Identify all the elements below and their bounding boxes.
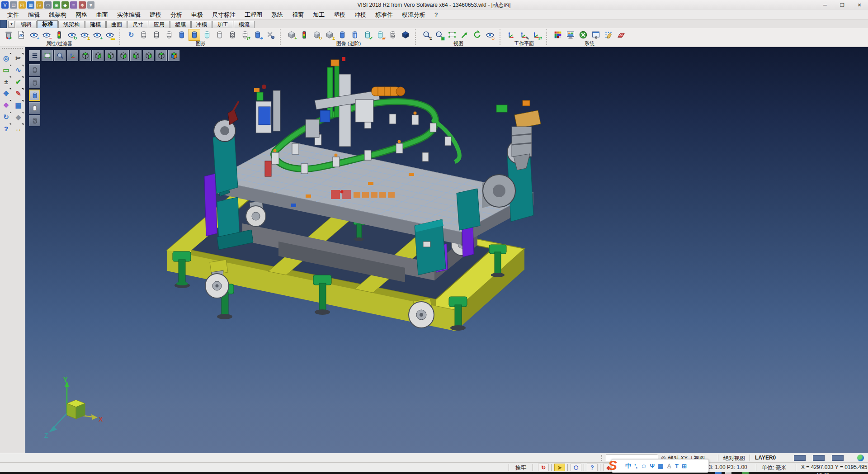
- menu-模流分析[interactable]: 模流分析: [397, 10, 430, 20]
- zoom-scale-icon[interactable]: ±: [0, 76, 12, 87]
- view-front-button[interactable]: [143, 50, 154, 61]
- menu-分析[interactable]: 分析: [166, 10, 187, 20]
- attributes-palette-icon[interactable]: ❖: [0, 100, 12, 111]
- filter-add-icon[interactable]: +: [28, 29, 40, 41]
- shade-toggle-icon[interactable]: ±: [324, 29, 335, 41]
- mode-hatched-button[interactable]: [29, 115, 40, 126]
- status-grip[interactable]: [601, 455, 602, 461]
- zoom-window-icon[interactable]: ▣: [434, 29, 445, 41]
- taskbar-icon[interactable]: [715, 472, 722, 474]
- view-shaded-iso-button[interactable]: [168, 50, 179, 61]
- open-folder-icon[interactable]: ◰: [19, 1, 26, 9]
- select-rectangle-icon[interactable]: ▭: [0, 64, 12, 76]
- menu-实体编辑[interactable]: 实体编辑: [113, 10, 145, 20]
- help-icon[interactable]: ?: [0, 123, 12, 134]
- close-button[interactable]: ✕: [851, 0, 868, 10]
- taskbar-icon[interactable]: [742, 472, 749, 474]
- display-monitor-icon[interactable]: [565, 29, 576, 41]
- menu-编辑[interactable]: 编辑: [24, 10, 44, 20]
- menu-塑模[interactable]: 塑模: [329, 10, 350, 20]
- globe-icon[interactable]: [857, 455, 864, 461]
- hidden-line-icon[interactable]: [151, 29, 162, 41]
- swap-display-icon[interactable]: ⇄: [239, 29, 251, 41]
- confirm-check-icon[interactable]: ✔: [13, 76, 24, 87]
- regenerate-icon[interactable]: ↻: [0, 111, 12, 123]
- rotate-view-icon[interactable]: [472, 29, 483, 41]
- validate-solid-icon[interactable]: ✔: [362, 29, 373, 41]
- ime-skin-icon[interactable]: T: [675, 463, 679, 469]
- maximize-button[interactable]: ❐: [834, 0, 851, 10]
- zoom-inout-icon[interactable]: ±: [421, 29, 433, 41]
- menu-文件[interactable]: 文件: [3, 10, 24, 20]
- ime-lang-icon[interactable]: 中: [625, 462, 631, 470]
- sogou-logo-icon[interactable]: S: [608, 458, 617, 473]
- snap-help-icon[interactable]: ?: [587, 464, 598, 471]
- menu-视窗[interactable]: 视窗: [288, 10, 308, 20]
- viewport-canvas[interactable]: Y X Z: [25, 47, 868, 453]
- color-palette-icon[interactable]: [552, 29, 564, 41]
- refresh-graphics-icon[interactable]: ↻: [125, 29, 137, 41]
- solid-cube-icon[interactable]: ◆: [13, 111, 24, 123]
- tab-标准[interactable]: 标准: [37, 20, 58, 28]
- copy-attributes-icon[interactable]: [15, 29, 27, 41]
- workplane-align-icon[interactable]: ⇄: [531, 29, 542, 41]
- display-settings-icon[interactable]: [264, 29, 276, 41]
- tab-编辑[interactable]: 编辑: [16, 21, 37, 28]
- lock-label[interactable]: 拴牢: [515, 464, 526, 472]
- red-plane-icon[interactable]: [615, 29, 627, 41]
- quick-wire-icon[interactable]: [163, 29, 175, 41]
- import-icon[interactable]: ◲: [36, 1, 43, 9]
- color-swatch-2[interactable]: [813, 455, 825, 461]
- transparent-icon[interactable]: [201, 29, 213, 41]
- filter-refresh-icon[interactable]: ↻: [66, 29, 78, 41]
- striped-solid-icon[interactable]: [349, 29, 361, 41]
- dynamic-zoom-button[interactable]: [54, 50, 66, 61]
- view-left-button[interactable]: [130, 50, 142, 61]
- delete-attributes-icon[interactable]: [3, 29, 14, 41]
- color-swatch-1[interactable]: [794, 455, 806, 461]
- filter-traffic-icon[interactable]: [53, 29, 65, 41]
- shaded-icon[interactable]: [176, 29, 188, 41]
- menu-工程图[interactable]: 工程图: [240, 10, 267, 20]
- tab-加工[interactable]: 加工: [212, 21, 233, 28]
- taskbar-icon[interactable]: [725, 472, 731, 474]
- menu-电极[interactable]: 电极: [187, 10, 208, 20]
- menu-尺寸标注[interactable]: 尺寸标注: [208, 10, 240, 20]
- wireframe-icon[interactable]: [138, 29, 150, 41]
- navy-cube-icon[interactable]: [400, 29, 411, 41]
- hatched-icon[interactable]: [226, 29, 238, 41]
- ime-keyboard-icon[interactable]: ▦: [658, 463, 663, 469]
- spline-edit-icon[interactable]: ∿: [13, 64, 24, 76]
- menu-曲面[interactable]: 曲面: [92, 10, 113, 20]
- measure-distance-icon[interactable]: ↔: [13, 123, 24, 134]
- flag-solid-icon[interactable]: ▰: [374, 29, 386, 41]
- hatch-outline-icon[interactable]: [387, 29, 399, 41]
- filter-toggle-icon[interactable]: ±: [79, 29, 90, 41]
- toolbar-grip[interactable]: [2, 48, 23, 52]
- apply-display-icon[interactable]: ➜: [252, 29, 264, 41]
- ime-emoji-icon[interactable]: ☺: [641, 463, 646, 469]
- view-visibility-icon[interactable]: ☺: [484, 29, 496, 41]
- print-icon[interactable]: ▭: [44, 1, 52, 9]
- color-swatch-3[interactable]: [832, 455, 844, 461]
- pan-view-icon[interactable]: [459, 29, 471, 41]
- shade-add-icon[interactable]: +: [286, 29, 297, 41]
- snap-recycle-icon[interactable]: ↻: [538, 464, 549, 471]
- sketch-curve-icon[interactable]: ✎: [13, 88, 24, 99]
- show-entities-icon[interactable]: +: [91, 29, 103, 41]
- tab-曲面[interactable]: 曲面: [106, 21, 127, 28]
- app-logo-icon[interactable]: V: [1, 1, 9, 9]
- windows-taskbar-strip[interactable]: 10:48: [0, 472, 868, 474]
- menu-网格[interactable]: 网格: [71, 10, 92, 20]
- workplane-edit-icon[interactable]: ✎: [518, 29, 530, 41]
- tab-模流[interactable]: 模流: [234, 21, 255, 28]
- mode-shaded-edges-button[interactable]: [29, 102, 40, 114]
- view-menu-button[interactable]: [29, 50, 40, 61]
- menu-线架构[interactable]: 线架构: [44, 10, 71, 20]
- tab-塑膜[interactable]: 塑膜: [170, 21, 191, 28]
- zoom-orbit-icon[interactable]: ◎: [0, 52, 12, 64]
- shade-refresh-icon[interactable]: ↻: [311, 29, 323, 41]
- select-window-button[interactable]: [42, 50, 53, 61]
- tab-线架构[interactable]: 线架构: [58, 21, 85, 28]
- ime-apostrophe-icon[interactable]: ’,: [634, 463, 637, 469]
